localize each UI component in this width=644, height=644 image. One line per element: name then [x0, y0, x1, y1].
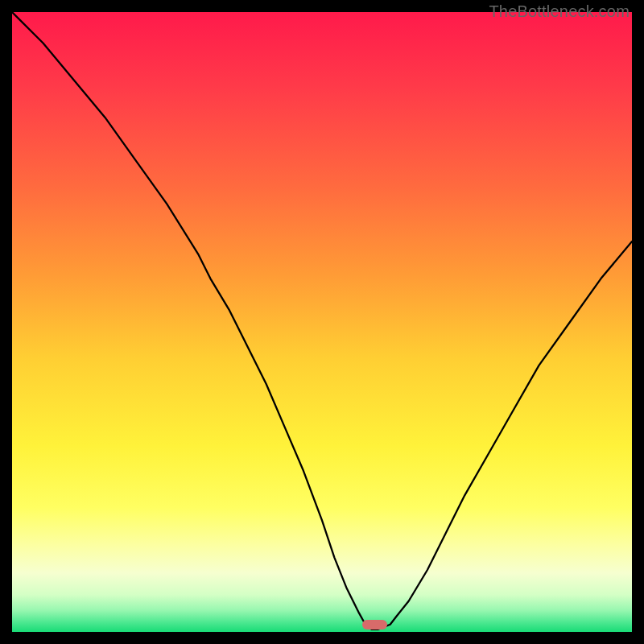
- bottleneck-curve: [12, 12, 632, 632]
- watermark-text: TheBottleneck.com: [489, 2, 630, 21]
- chart-frame: TheBottleneck.com: [0, 0, 644, 644]
- plot-area: [12, 12, 632, 632]
- optimum-marker: [362, 620, 387, 630]
